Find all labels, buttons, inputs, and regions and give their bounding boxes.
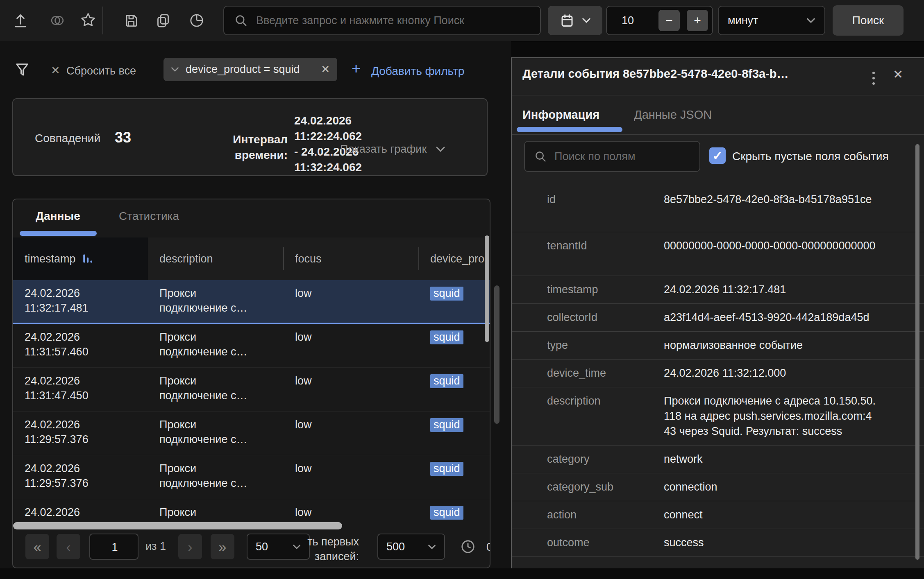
field-row[interactable]: timestamp 24.02.2026 11:32:17.481 <box>512 276 924 304</box>
column-header-focus[interactable]: focus <box>284 237 419 280</box>
venn-circles-icon[interactable] <box>49 12 66 29</box>
tab-statistics[interactable]: Статистика <box>119 210 179 223</box>
upload-icon[interactable] <box>12 12 29 29</box>
field-key: id <box>547 192 664 226</box>
table-row[interactable]: 24.02.2026 11:31:57.460 Прокси подключен… <box>13 324 490 368</box>
search-button[interactable]: Поиск <box>833 5 904 36</box>
field-key: device_time <box>547 366 664 381</box>
calendar-icon <box>560 13 574 28</box>
field-row[interactable]: category network <box>512 446 924 473</box>
field-value: connection <box>664 479 877 495</box>
next-page-button[interactable]: › <box>178 534 202 559</box>
reset-all-button[interactable]: Сбросить все <box>66 65 136 77</box>
cell-timestamp: 24.02.2026 <box>25 505 145 520</box>
column-header-description[interactable]: description <box>148 237 284 280</box>
event-fields-table: id 8e57bbe2-5478-42e0-8f3a-b45178a951ce … <box>512 186 924 557</box>
highlighted-value: squid <box>430 506 463 520</box>
cell-device-product: squid <box>430 330 463 344</box>
tab-data[interactable]: Данные <box>36 210 80 223</box>
sort-bars-icon[interactable] <box>82 253 93 265</box>
last-page-button[interactable]: » <box>211 534 234 559</box>
field-row[interactable]: device_time 24.02.2026 11:32:12.000 <box>512 360 924 387</box>
tab-json-data[interactable]: Данные JSON <box>634 108 712 122</box>
first-page-button[interactable]: « <box>25 534 49 559</box>
field-row[interactable]: collectorId a23f14d4-aeef-4513-9920-442a… <box>512 304 924 332</box>
kebab-menu-icon[interactable] <box>872 69 875 88</box>
date-range-button[interactable] <box>548 6 602 35</box>
field-value: Прокси подключение с адреса 10.150.50.11… <box>664 394 877 439</box>
field-row[interactable]: description Прокси подключение с адреса … <box>512 387 924 446</box>
page-size-value: 50 <box>256 541 268 553</box>
filter-funnel-icon[interactable] <box>14 61 30 78</box>
close-icon[interactable]: ✕ <box>893 67 903 81</box>
table-vertical-scrollbar[interactable] <box>485 235 489 342</box>
table-row[interactable]: 24.02.2026 Прокси low squid <box>13 499 490 522</box>
cell-device-product: squid <box>430 373 463 388</box>
copy-icon[interactable] <box>155 12 171 29</box>
query-search-input[interactable] <box>255 14 530 27</box>
field-row[interactable]: type нормализованное событие <box>512 332 924 360</box>
field-row[interactable]: id 8e57bbe2-5478-42e0-8f3a-b45178a951ce <box>512 186 924 232</box>
cell-description: Прокси подключение с… <box>159 373 256 403</box>
chevron-down-icon <box>171 67 179 72</box>
field-search-input[interactable] <box>554 150 690 163</box>
hide-empty-checkbox[interactable]: ✓ <box>709 147 726 164</box>
field-row[interactable]: category_sub connection <box>512 473 924 501</box>
highlighted-value: squid <box>430 287 463 301</box>
interval-time-from: 11:22:24.062 <box>294 129 362 144</box>
field-key: timestamp <box>547 282 664 297</box>
table-row[interactable]: 24.02.2026 11:29:57.376 Прокси подключен… <box>13 455 490 499</box>
column-separator <box>418 247 419 270</box>
field-value: success <box>664 535 877 550</box>
pane-vertical-scrollbar[interactable] <box>494 285 499 424</box>
star-icon[interactable] <box>79 11 96 28</box>
column-header-device-product[interactable]: device_pro <box>419 237 490 280</box>
field-row[interactable]: action connect <box>512 501 924 529</box>
filter-chip-label: device_product = squid <box>186 63 314 76</box>
column-label: description <box>159 253 213 265</box>
field-value: network <box>664 452 877 467</box>
query-search-box <box>223 6 541 35</box>
time-window-input[interactable] <box>621 14 655 27</box>
field-row[interactable]: outcome success <box>512 529 924 557</box>
decrement-button[interactable]: − <box>658 10 680 31</box>
page-count-label: из 1 <box>145 540 166 553</box>
field-key: category_sub <box>547 479 664 495</box>
page-number-input[interactable] <box>90 534 139 560</box>
cell-timestamp: 24.02.2026 11:32:17.481 <box>25 286 145 315</box>
tab-information[interactable]: Информация <box>522 108 599 122</box>
pie-chart-icon[interactable] <box>188 12 205 29</box>
table-row[interactable]: 24.02.2026 11:31:47.450 Прокси подключен… <box>13 368 490 412</box>
interval-label-line1: Интервал <box>189 132 288 147</box>
fetch-limit-select[interactable]: 500 <box>377 534 445 560</box>
cell-timestamp: 24.02.2026 11:29:57.376 <box>25 461 145 491</box>
cell-focus: low <box>295 330 312 344</box>
remove-filter-icon[interactable]: ✕ <box>321 63 330 76</box>
field-value: 24.02.2026 11:32:12.000 <box>664 366 877 381</box>
fetch-limit-label-line1: ть первых <box>277 534 359 549</box>
search-icon <box>534 150 547 163</box>
show-chart-label: Показать график <box>340 143 427 156</box>
field-key: description <box>547 394 664 439</box>
table-row[interactable]: 24.02.2026 11:29:57.376 Прокси подключен… <box>13 412 490 455</box>
plus-icon[interactable]: + <box>352 60 361 77</box>
table-row[interactable]: 24.02.2026 11:32:17.481 Прокси подключен… <box>13 280 490 324</box>
increment-button[interactable]: + <box>687 10 708 31</box>
field-key: tenantId <box>547 238 664 269</box>
time-unit-select[interactable]: минут <box>718 6 825 35</box>
horizontal-scrollbar[interactable] <box>13 522 342 529</box>
add-filter-button[interactable]: Добавить фильтр <box>371 65 464 78</box>
save-icon[interactable] <box>123 12 139 29</box>
results-card: Данные Статистика timestamp description … <box>12 199 490 568</box>
show-chart-toggle[interactable]: Показать график <box>340 143 445 156</box>
panel-vertical-scrollbar[interactable] <box>915 144 919 560</box>
page-number-box <box>89 534 138 560</box>
filter-chip[interactable]: device_product = squid ✕ <box>163 58 337 81</box>
cell-focus: low <box>295 461 312 476</box>
column-header-timestamp[interactable]: timestamp <box>13 237 148 280</box>
highlighted-value: squid <box>430 330 463 344</box>
prev-page-button[interactable]: ‹ <box>57 534 80 559</box>
clear-x-icon[interactable]: ✕ <box>51 64 60 77</box>
search-icon <box>234 14 248 27</box>
field-row[interactable]: tenantId 00000000-0000-0000-0000-0000000… <box>512 232 924 276</box>
